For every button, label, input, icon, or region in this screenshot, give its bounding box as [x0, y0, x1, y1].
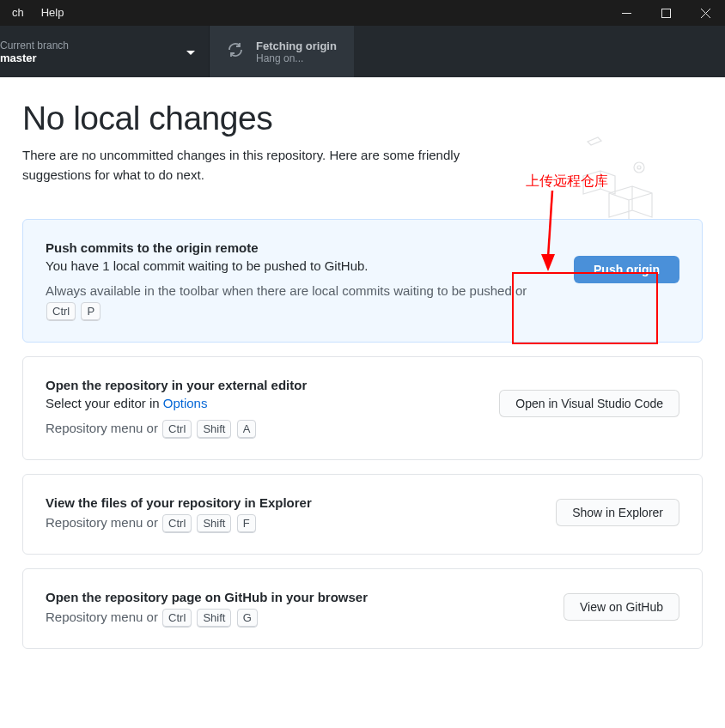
menu-item-help[interactable]: Help — [33, 0, 73, 26]
view-github-button[interactable]: View on GitHub — [564, 593, 679, 621]
page-title: No local changes — [22, 100, 703, 137]
github-card: Open the repository page on GitHub in yo… — [22, 568, 703, 649]
chevron-down-icon — [186, 44, 195, 59]
editor-card: Open the repository in your external edi… — [22, 356, 703, 460]
push-card: Push commits to the origin remote You ha… — [22, 219, 703, 343]
kbd-shift: Shift — [197, 609, 231, 628]
main-content: No local changes There are no uncommitte… — [0, 77, 725, 649]
titlebar: ch Help — [0, 0, 725, 26]
editor-card-title: Open the repository in your external edi… — [46, 378, 485, 392]
editor-card-desc: Select your editor in Options — [46, 396, 485, 410]
editor-card-hint: Repository menu or Ctrl Shift A — [46, 419, 485, 439]
kbd-ctrl: Ctrl — [162, 609, 192, 628]
github-card-hint: Repository menu or Ctrl Shift G — [46, 608, 550, 628]
open-editor-button[interactable]: Open in Visual Studio Code — [499, 390, 679, 417]
svg-rect-1 — [661, 9, 670, 17]
sync-icon — [227, 41, 244, 62]
explorer-card-title: View the files of your repository in Exp… — [46, 495, 542, 510]
branch-label: Current branch — [0, 39, 69, 52]
kbd-shift: Shift — [197, 514, 231, 533]
fetch-label: Fetching origin — [256, 39, 337, 52]
push-card-hint: Always available in the toolbar when the… — [46, 282, 560, 321]
close-button[interactable] — [685, 0, 725, 26]
current-branch-dropdown[interactable]: Current branch master — [0, 26, 210, 77]
fetch-origin-button[interactable]: Fetching origin Hang on... — [210, 26, 354, 77]
kbd-f: F — [237, 514, 256, 533]
kbd-ctrl: Ctrl — [162, 420, 192, 439]
kbd-ctrl: Ctrl — [162, 514, 192, 533]
menu-item-partial[interactable]: ch — [3, 0, 33, 26]
github-card-title: Open the repository page on GitHub in yo… — [46, 590, 550, 604]
kbd-a: A — [237, 420, 257, 439]
explorer-card: View the files of your repository in Exp… — [22, 474, 703, 555]
kbd-ctrl: Ctrl — [46, 302, 76, 321]
branch-value: master — [0, 52, 69, 64]
toolbar: Current branch master Fetching origin Ha… — [0, 26, 725, 77]
push-card-desc: You have 1 local commit waiting to be pu… — [46, 258, 560, 273]
options-link[interactable]: Options — [163, 396, 208, 410]
window-controls — [606, 0, 725, 26]
push-origin-button[interactable]: Push origin — [574, 256, 679, 283]
show-explorer-button[interactable]: Show in Explorer — [556, 499, 679, 526]
maximize-button[interactable] — [646, 0, 685, 26]
fetch-status: Hang on... — [256, 52, 337, 64]
push-card-title: Push commits to the origin remote — [46, 240, 560, 255]
kbd-g: G — [237, 609, 258, 628]
kbd-shift: Shift — [197, 420, 231, 439]
minimize-button[interactable] — [606, 0, 646, 26]
page-subtitle: There are no uncommitted changes in this… — [22, 146, 521, 185]
explorer-card-hint: Repository menu or Ctrl Shift F — [46, 513, 542, 533]
kbd-p: P — [81, 302, 101, 321]
